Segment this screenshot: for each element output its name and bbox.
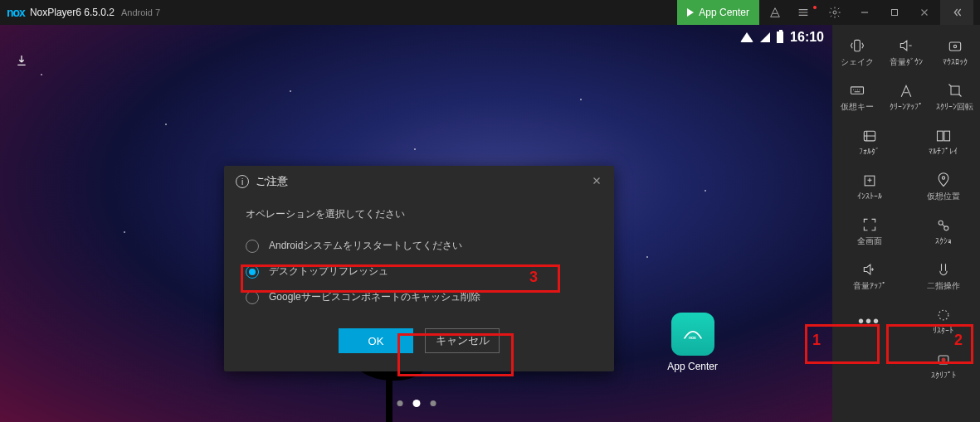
svg-rect-3 — [854, 40, 860, 51]
svg-rect-9 — [937, 131, 943, 141]
tool-volume-down[interactable]: 音量ﾀﾞｳﾝ — [881, 30, 930, 75]
signal-icon — [760, 32, 770, 42]
emulator-viewport: 16:10 nox App Center i ご注意 オペレーションを選択してく… — [0, 25, 832, 422]
svg-rect-7 — [951, 86, 959, 95]
svg-point-15 — [939, 310, 948, 320]
option-label: Androidシステムをリスタートしてください — [269, 239, 462, 253]
svg-rect-10 — [943, 131, 949, 141]
tool-fullscreen[interactable]: 全画面 — [832, 209, 906, 254]
android-status-bar: 16:10 — [740, 30, 824, 45]
tool-restart[interactable]: ﾘｽﾀｰﾄ — [906, 298, 980, 343]
option-label: Googleサービスコンポネートのキャッシュ削除 — [269, 290, 480, 304]
cancel-button[interactable]: キャンセル — [425, 328, 500, 353]
option-clear-google-cache[interactable]: Googleサービスコンポネートのキャッシュ削除 — [246, 284, 592, 310]
minimize-button[interactable] — [851, 0, 879, 25]
tool-rotate[interactable]: ｽｸﾘｰﾝ回転 — [930, 75, 979, 119]
dialog-title: ご注意 — [256, 174, 288, 189]
dialog-close-button[interactable] — [591, 175, 602, 189]
page-indicator[interactable] — [397, 400, 436, 407]
close-button[interactable] — [910, 0, 939, 25]
battery-icon — [777, 32, 783, 43]
svg-point-17 — [941, 358, 945, 362]
ok-button[interactable]: OK — [339, 328, 413, 353]
svg-rect-4 — [949, 42, 960, 51]
tool-two-finger[interactable]: 二指操作 — [906, 254, 980, 298]
svg-text:nox: nox — [689, 335, 696, 340]
info-icon: i — [236, 175, 249, 188]
titlebar: nox NoxPlayer6 6.5.0.2 Android 7 App Cen… — [0, 0, 980, 25]
app-center-shortcut-label: App Center — [667, 361, 718, 372]
option-label: デスクトップリフレッシュ — [269, 264, 388, 279]
wifi-icon — [740, 32, 753, 42]
app-center-label: App Center — [699, 7, 749, 18]
tool-more[interactable]: ••• — [832, 298, 906, 343]
svg-rect-1 — [892, 10, 898, 16]
notification-dot — [813, 6, 817, 9]
radio-icon — [246, 240, 259, 253]
android-version-tag: Android 7 — [121, 7, 160, 17]
tool-location[interactable]: 仮想位置 — [906, 164, 980, 209]
app-center-icon: nox — [671, 313, 714, 356]
menu-icon[interactable] — [791, 0, 819, 25]
dialog-prompt: オペレーションを選択してください — [246, 207, 592, 221]
download-indicator-icon[interactable] — [15, 54, 28, 70]
nox-logo: nox — [7, 6, 25, 19]
tool-virtual-key[interactable]: 仮想キー — [832, 75, 881, 119]
svg-point-12 — [942, 176, 944, 178]
tool-volume-up[interactable]: 音量ｱｯﾌﾟ — [832, 254, 906, 298]
tool-cleanup[interactable]: ｸﾘｰﾝｱｯﾌﾟ — [881, 75, 930, 119]
collapse-toolbar-button[interactable] — [940, 0, 973, 25]
tool-screenshot[interactable]: ｽｸｼｮ — [906, 209, 980, 254]
window-title: NoxPlayer6 6.5.0.2 — [30, 7, 115, 18]
tool-shake[interactable]: シェイク — [832, 30, 881, 75]
tool-mouse-lock[interactable]: ﾏｳｽﾛｯｸ — [930, 30, 979, 75]
tool-folder[interactable]: ﾌｫﾙﾀﾞ — [832, 119, 906, 164]
play-icon — [687, 8, 694, 17]
tool-install[interactable]: ｲﾝｽﾄｰﾙ — [832, 164, 906, 209]
svg-point-5 — [953, 45, 956, 47]
app-center-shortcut[interactable]: nox App Center — [667, 313, 718, 372]
option-restart-android[interactable]: Androidシステムをリスタートしてください — [246, 233, 592, 259]
svg-point-0 — [833, 11, 836, 14]
svg-rect-6 — [851, 86, 863, 93]
radio-icon — [246, 265, 259, 279]
theme-icon[interactable] — [761, 0, 789, 25]
side-toolbar: シェイク 音量ﾀﾞｳﾝ ﾏｳｽﾛｯｸ 仮想キー ｸﾘｰﾝｱｯﾌﾟ ｽｸﾘｰﾝ回転… — [832, 25, 980, 422]
attention-dialog: i ご注意 オペレーションを選択してください Androidシステムをリスタート… — [224, 166, 614, 371]
app-center-button[interactable]: App Center — [677, 0, 759, 25]
tool-script[interactable]: ｽｸﾘﾌﾟﾄ — [906, 343, 980, 388]
option-desktop-refresh[interactable]: デスクトップリフレッシュ — [246, 259, 592, 284]
clock: 16:10 — [790, 30, 824, 45]
radio-icon — [246, 291, 259, 304]
settings-icon[interactable] — [821, 0, 849, 25]
maximize-button[interactable] — [880, 0, 909, 25]
tool-multiplay[interactable]: ﾏﾙﾁﾌﾟﾚｲ — [906, 119, 980, 164]
